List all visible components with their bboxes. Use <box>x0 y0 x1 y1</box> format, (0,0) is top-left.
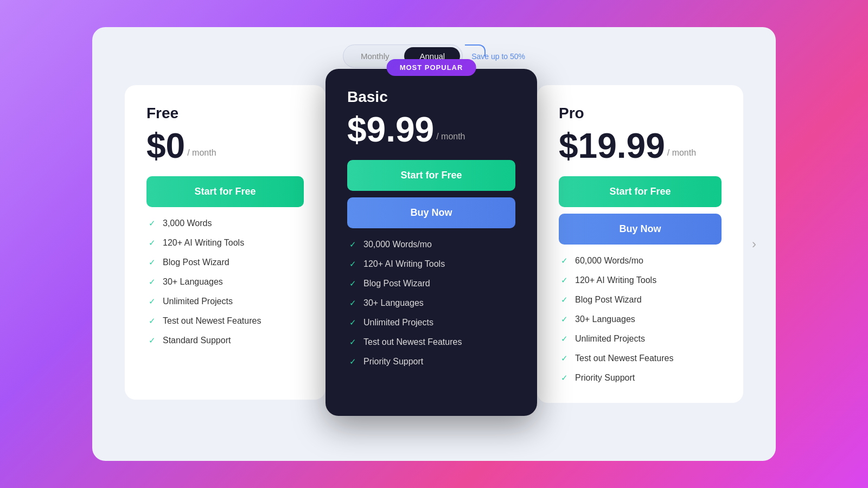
price-amount-free: $0 <box>146 129 185 163</box>
feature-item: ✓ 30+ Languages <box>347 298 515 309</box>
price-amount-pro: $19.99 <box>559 129 665 163</box>
check-icon: ✓ <box>347 356 358 367</box>
feature-label: Unlimited Projects <box>575 334 645 344</box>
feature-label: Unlimited Projects <box>163 297 233 306</box>
feature-item: ✓ 120+ AI Writing Tools <box>559 275 722 286</box>
price-period-free: / month <box>187 148 216 158</box>
price-period-pro: / month <box>667 148 696 158</box>
plan-name-pro: Pro <box>559 105 722 122</box>
feature-item: ✓ Unlimited Projects <box>146 296 304 307</box>
feature-label: 30+ Languages <box>363 298 424 308</box>
feature-item: ✓ 30+ Languages <box>559 314 722 325</box>
check-icon: ✓ <box>347 278 358 289</box>
plan-price-pro: $19.99 / month <box>559 129 722 163</box>
features-list-free: ✓ 3,000 Words ✓ 120+ AI Writing Tools ✓ … <box>146 218 304 346</box>
check-icon: ✓ <box>146 218 157 229</box>
check-icon: ✓ <box>347 337 358 348</box>
check-icon: ✓ <box>559 275 570 286</box>
feature-item: ✓ 30,000 Words/mo <box>347 239 515 250</box>
feature-label: Blog Post Wizard <box>163 258 229 267</box>
buy-now-button-pro[interactable]: Buy Now <box>559 214 722 245</box>
check-icon: ✓ <box>559 314 570 325</box>
feature-item: ✓ Blog Post Wizard <box>347 278 515 289</box>
feature-item: ✓ 3,000 Words <box>146 218 304 229</box>
feature-label: 60,000 Words/mo <box>575 256 643 266</box>
feature-item: ✓ Standard Support <box>146 335 304 346</box>
feature-label: Test out Newest Features <box>163 316 261 326</box>
feature-label: Test out Newest Features <box>363 337 462 347</box>
price-period-basic: / month <box>436 132 465 142</box>
check-icon: ✓ <box>146 316 157 326</box>
plan-card-pro: Pro $19.99 / month Start for Free Buy No… <box>537 85 743 403</box>
features-list-basic: ✓ 30,000 Words/mo ✓ 120+ AI Writing Tool… <box>347 239 515 367</box>
plan-price-basic: $9.99 / month <box>347 112 515 147</box>
feature-label: 30+ Languages <box>575 314 635 324</box>
features-list-pro: ✓ 60,000 Words/mo ✓ 120+ AI Writing Tool… <box>559 255 722 383</box>
start-free-button-free[interactable]: Start for Free <box>146 176 304 207</box>
feature-label: Priority Support <box>575 373 635 383</box>
feature-label: 3,000 Words <box>163 219 212 228</box>
feature-item: ✓ Priority Support <box>347 356 515 367</box>
feature-label: 120+ AI Writing Tools <box>163 238 244 248</box>
feature-label: Unlimited Projects <box>363 318 433 328</box>
next-arrow-icon[interactable]: › <box>752 236 756 252</box>
check-icon: ✓ <box>146 277 157 287</box>
start-free-button-basic[interactable]: Start for Free <box>347 160 515 191</box>
check-icon: ✓ <box>146 237 157 248</box>
check-icon: ✓ <box>347 259 358 269</box>
check-icon: ✓ <box>559 333 570 344</box>
check-icon: ✓ <box>559 353 570 364</box>
check-icon: ✓ <box>146 335 157 346</box>
feature-item: ✓ 60,000 Words/mo <box>559 255 722 266</box>
check-icon: ✓ <box>559 294 570 305</box>
plan-name-free: Free <box>146 105 304 122</box>
pricing-container: Monthly Annual Save up to 50% Free $0 / … <box>92 27 776 461</box>
plan-card-basic: MOST POPULAR Basic $9.99 / month Start f… <box>326 69 537 416</box>
feature-item: ✓ Test out Newest Features <box>559 353 722 364</box>
start-free-button-pro[interactable]: Start for Free <box>559 176 722 207</box>
check-icon: ✓ <box>347 298 358 309</box>
plan-price-free: $0 / month <box>146 129 304 163</box>
feature-item: ✓ Unlimited Projects <box>559 333 722 344</box>
feature-label: 30,000 Words/mo <box>363 240 432 249</box>
save-label: Save up to 50% <box>471 52 525 61</box>
check-icon: ✓ <box>559 373 570 383</box>
feature-item: ✓ Test out Newest Features <box>347 337 515 348</box>
feature-item: ✓ 120+ AI Writing Tools <box>146 237 304 248</box>
plans-row: Free $0 / month Start for Free ✓ 3,000 W… <box>92 85 776 416</box>
check-icon: ✓ <box>146 257 157 268</box>
check-icon: ✓ <box>146 296 157 307</box>
feature-item: ✓ Unlimited Projects <box>347 317 515 328</box>
feature-label: Test out Newest Features <box>575 354 673 363</box>
feature-item: ✓ Priority Support <box>559 373 722 383</box>
check-icon: ✓ <box>347 317 358 328</box>
feature-item: ✓ Test out Newest Features <box>146 316 304 326</box>
plan-card-free: Free $0 / month Start for Free ✓ 3,000 W… <box>125 85 326 400</box>
price-amount-basic: $9.99 <box>347 112 434 147</box>
feature-label: Blog Post Wizard <box>363 279 430 288</box>
feature-item: ✓ Blog Post Wizard <box>146 257 304 268</box>
feature-item: ✓ 120+ AI Writing Tools <box>347 259 515 269</box>
feature-label: Priority Support <box>363 357 423 367</box>
feature-label: Standard Support <box>163 336 231 345</box>
check-icon: ✓ <box>347 239 358 250</box>
check-icon: ✓ <box>559 255 570 266</box>
feature-label: Blog Post Wizard <box>575 295 642 305</box>
feature-label: 120+ AI Writing Tools <box>363 259 445 269</box>
feature-item: ✓ Blog Post Wizard <box>559 294 722 305</box>
plan-name-basic: Basic <box>347 88 515 106</box>
feature-item: ✓ 30+ Languages <box>146 277 304 287</box>
feature-label: 120+ AI Writing Tools <box>575 275 656 285</box>
feature-label: 30+ Languages <box>163 277 223 287</box>
most-popular-badge: MOST POPULAR <box>387 59 476 76</box>
buy-now-button-basic[interactable]: Buy Now <box>347 197 515 228</box>
